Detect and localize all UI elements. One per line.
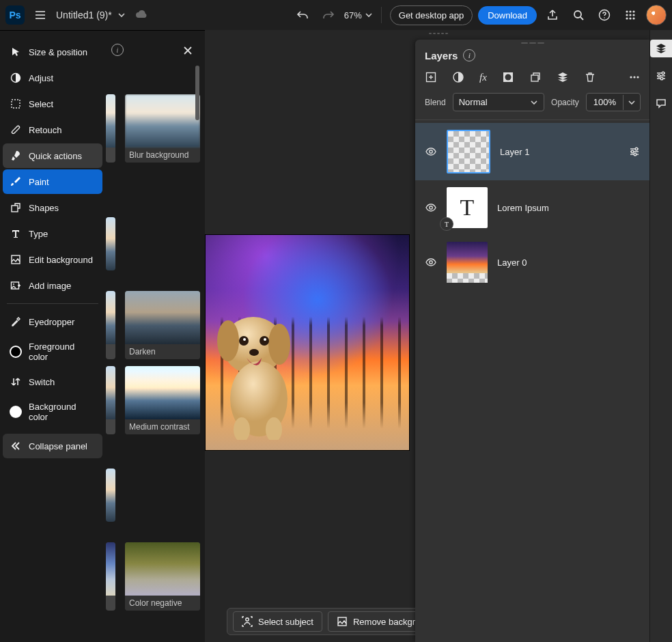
svg-point-9: [632, 10, 634, 12]
info-icon[interactable]: i: [111, 44, 124, 56]
tool-type[interactable]: Type: [3, 221, 102, 246]
tool-adjust[interactable]: Adjust: [3, 66, 102, 90]
comments-panel-icon[interactable]: [652, 94, 670, 112]
quick-action-thumb[interactable]: [106, 94, 115, 163]
svg-point-14: [629, 17, 631, 19]
help-icon[interactable]: [594, 5, 615, 25]
panel-grip[interactable]: [429, 33, 448, 34]
adjustment-layer-icon[interactable]: [452, 71, 464, 83]
tool-retouch[interactable]: Retouch: [3, 117, 102, 142]
trash-icon[interactable]: [584, 71, 596, 83]
svg-point-22: [13, 283, 14, 285]
collapse-panel-button[interactable]: Collapse panel: [3, 434, 102, 458]
tool-shapes[interactable]: Shapes: [3, 195, 102, 220]
layer-name[interactable]: Lorem Ipsum: [497, 203, 549, 213]
tool-select[interactable]: Select: [3, 92, 102, 116]
svg-rect-19: [12, 206, 18, 212]
quick-action-color-negative[interactable]: Color negative: [125, 542, 200, 611]
clip-icon[interactable]: [529, 71, 542, 83]
right-panel-strip: [649, 30, 672, 642]
layer-row[interactable]: Layer 1: [415, 123, 650, 180]
tool-background-color[interactable]: Background color: [3, 395, 102, 428]
select-subject-button[interactable]: Select subject: [233, 611, 322, 632]
redo-icon[interactable]: [318, 5, 339, 25]
share-icon[interactable]: [542, 5, 563, 25]
blend-mode-select[interactable]: Normal: [453, 93, 544, 111]
zoom-level[interactable]: 67%: [344, 10, 373, 20]
menu-icon[interactable]: [30, 5, 51, 25]
layers-stack-icon[interactable]: [557, 71, 569, 83]
quick-action-thumb[interactable]: [106, 542, 115, 611]
svg-rect-17: [12, 100, 20, 108]
tool-switch-colors[interactable]: Switch: [3, 369, 102, 394]
sliders-icon[interactable]: [628, 145, 641, 158]
quick-action-darken[interactable]: Darken: [125, 291, 200, 359]
tool-foreground-color[interactable]: Foreground color: [3, 335, 102, 368]
quick-action-thumb[interactable]: [106, 291, 115, 359]
opacity-input[interactable]: 100%: [586, 93, 641, 111]
download-button[interactable]: Download: [478, 6, 537, 25]
cloud-sync-icon[interactable]: [131, 5, 152, 25]
layer-name[interactable]: Layer 0: [497, 257, 527, 268]
svg-point-73: [660, 77, 663, 80]
thumb-label: Medium contrast: [125, 419, 200, 434]
tool-label: Select: [29, 99, 53, 109]
svg-point-71: [658, 74, 660, 77]
thumb-label: Color negative: [125, 596, 200, 611]
visibility-toggle[interactable]: [425, 201, 437, 214]
quick-action-medium-contrast[interactable]: Medium contrast: [125, 366, 200, 434]
bandage-icon: [10, 124, 22, 136]
more-icon[interactable]: [628, 71, 641, 83]
search-icon[interactable]: [568, 5, 589, 25]
undo-icon[interactable]: [292, 5, 313, 25]
tool-eyedropper[interactable]: Eyedropper: [3, 309, 102, 334]
app-logo[interactable]: Ps: [5, 5, 25, 25]
properties-panel-icon[interactable]: [652, 67, 670, 85]
tool-label: Edit background: [29, 255, 93, 265]
document-title[interactable]: Untitled1 (9)*: [56, 10, 126, 20]
mask-icon[interactable]: [502, 71, 514, 83]
zoom-value: 67%: [344, 10, 362, 20]
tool-paint[interactable]: Paint: [3, 169, 102, 194]
layer-thumbnail[interactable]: T T: [447, 187, 488, 228]
layer-row[interactable]: T T Lorem Ipsum: [415, 180, 650, 235]
chevron-down-icon: [365, 11, 373, 19]
layer-thumbnail[interactable]: [447, 242, 488, 283]
quick-action-thumb[interactable]: [106, 217, 115, 270]
tool-quick-actions[interactable]: Quick actions: [3, 143, 102, 168]
add-layer-icon[interactable]: [425, 71, 437, 83]
svg-point-69: [662, 72, 664, 74]
svg-point-7: [626, 10, 628, 12]
panel-grip[interactable]: [521, 42, 544, 46]
tool-add-image[interactable]: Add image: [3, 273, 102, 298]
fx-icon[interactable]: fx: [479, 72, 487, 83]
add-image-icon: [10, 279, 22, 292]
marquee-icon: [10, 98, 22, 110]
quick-action-thumb[interactable]: [106, 366, 115, 434]
get-desktop-app-button[interactable]: Get desktop app: [390, 5, 473, 25]
svg-rect-18: [12, 126, 20, 135]
tool-edit-background[interactable]: Edit background: [3, 247, 102, 272]
tool-size-position[interactable]: Size & position: [3, 40, 102, 64]
document-canvas[interactable]: [206, 235, 409, 450]
svg-point-32: [264, 338, 266, 341]
layers-panel-icon[interactable]: [650, 40, 672, 57]
layer-row[interactable]: Layer 0: [415, 235, 650, 290]
info-icon[interactable]: i: [463, 49, 475, 61]
opacity-value: 100%: [587, 94, 623, 111]
svg-point-15: [632, 17, 634, 19]
quick-action-thumb[interactable]: [106, 469, 115, 522]
apps-grid-icon[interactable]: [620, 5, 641, 25]
quick-action-blur-background[interactable]: Blur background: [125, 94, 200, 163]
user-avatar[interactable]: [646, 5, 667, 25]
layer-name[interactable]: Layer 1: [500, 147, 529, 157]
tool-label: Switch: [29, 377, 55, 387]
chevrons-left-icon: [10, 440, 22, 452]
close-icon[interactable]: [182, 45, 196, 59]
visibility-toggle[interactable]: [425, 145, 437, 158]
panel-scrollbar[interactable]: [194, 66, 201, 475]
tool-label: Paint: [29, 177, 49, 187]
svg-point-11: [629, 14, 631, 16]
visibility-toggle[interactable]: [425, 256, 437, 268]
layer-thumbnail[interactable]: [447, 130, 490, 173]
